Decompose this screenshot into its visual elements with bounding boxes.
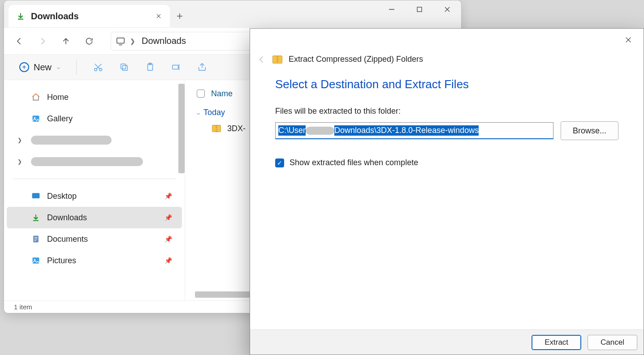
minimize-button[interactable] <box>378 0 406 18</box>
chevron-down-icon: ⌵ <box>57 64 60 70</box>
path-label: Files will be extracted to this folder: <box>275 107 618 116</box>
pictures-icon <box>31 256 41 265</box>
chevron-down-icon: ⌵ <box>197 110 200 116</box>
breadcrumb-downloads[interactable]: Downloads <box>140 36 188 46</box>
downloads-icon <box>31 214 41 222</box>
chevron-right-icon[interactable]: ❯ <box>127 38 138 45</box>
sidebar-item-redacted-2[interactable]: ❯ <box>7 151 182 172</box>
paste-button[interactable] <box>139 56 161 78</box>
close-window-button[interactable] <box>433 0 461 18</box>
window-controls <box>378 0 461 18</box>
documents-icon <box>31 235 41 244</box>
titlebar: Downloads <box>4 0 461 27</box>
svg-rect-1 <box>117 38 125 43</box>
dialog-heading: Select a Destination and Extract Files <box>275 77 618 91</box>
redacted-label <box>31 157 143 166</box>
dialog-footer: Extract Cancel <box>250 329 644 355</box>
home-icon <box>31 93 41 102</box>
extract-button[interactable]: Extract <box>532 335 581 350</box>
item-count: 1 item <box>14 303 32 311</box>
checkbox-checked-icon[interactable]: ✓ <box>275 158 284 167</box>
dialog-header: Extract Compressed (Zipped) Folders <box>250 51 644 73</box>
svg-rect-4 <box>122 65 127 70</box>
sidebar-label: Pictures <box>47 256 76 265</box>
refresh-button[interactable] <box>78 30 101 52</box>
sidebar-label: Home <box>47 93 69 102</box>
maximize-button[interactable] <box>406 0 433 18</box>
new-button[interactable]: + New ⌵ <box>14 60 65 75</box>
dialog-titlebar <box>250 29 644 51</box>
destination-path-input[interactable]: C:\UserDownloads\3DX-1.8.0-Release-windo… <box>275 122 553 139</box>
up-button[interactable] <box>54 30 78 52</box>
extract-dialog: Extract Compressed (Zipped) Folders Sele… <box>250 28 644 355</box>
dialog-title: Extract Compressed (Zipped) Folders <box>289 55 423 64</box>
svg-rect-0 <box>417 7 422 12</box>
svg-rect-9 <box>33 115 39 121</box>
sidebar-label: Desktop <box>47 192 77 201</box>
sidebar-item-pictures[interactable]: Pictures 📌 <box>7 250 182 271</box>
sidebar-label: Downloads <box>47 213 87 222</box>
plus-circle-icon: + <box>19 62 29 72</box>
cancel-button[interactable]: Cancel <box>588 335 637 350</box>
sidebar-item-desktop[interactable]: Desktop 📌 <box>7 185 182 207</box>
sidebar-item-downloads[interactable]: Downloads 📌 <box>7 207 182 228</box>
close-tab-icon[interactable] <box>156 13 162 19</box>
checkbox-label: Show extracted files when complete <box>290 158 418 167</box>
column-label: Name <box>211 89 233 98</box>
pin-icon: 📌 <box>164 192 172 200</box>
zip-folder-icon <box>212 125 221 132</box>
share-button[interactable] <box>191 56 213 78</box>
redacted-username <box>306 127 334 135</box>
path-row: C:\UserDownloads\3DX-1.8.0-Release-windo… <box>275 121 618 140</box>
tab-title: Downloads <box>31 11 149 21</box>
this-pc-icon <box>116 36 125 46</box>
tab-downloads[interactable]: Downloads <box>9 5 170 27</box>
navigation-pane: Home Gallery ❯ ❯ Desktop 📌 Do <box>4 80 185 300</box>
sidebar-divider <box>13 179 176 179</box>
svg-rect-13 <box>33 257 39 263</box>
show-extracted-checkbox-row[interactable]: ✓ Show extracted files when complete <box>275 158 618 167</box>
forward-button[interactable] <box>31 30 54 52</box>
cut-button[interactable] <box>87 56 109 78</box>
path-selection-start: C:\User <box>278 125 306 136</box>
dialog-content: Select a Destination and Extract Files F… <box>250 73 644 167</box>
group-label: Today <box>203 108 225 117</box>
svg-rect-5 <box>121 64 126 69</box>
pin-icon: 📌 <box>164 257 172 264</box>
back-arrow-icon[interactable] <box>257 55 266 64</box>
new-button-label: New <box>34 62 52 73</box>
gallery-icon <box>31 114 41 123</box>
sidebar-item-home[interactable]: Home <box>7 86 182 108</box>
browse-button[interactable]: Browse... <box>561 121 618 140</box>
sidebar-item-redacted-1[interactable]: ❯ <box>7 129 182 151</box>
pin-icon: 📌 <box>164 235 172 243</box>
pin-icon: 📌 <box>164 214 172 221</box>
path-selection-end: Downloads\3DX-1.8.0-Release-windows <box>334 125 479 136</box>
select-all-checkbox[interactable] <box>197 90 205 98</box>
back-button[interactable] <box>8 30 31 52</box>
separator <box>76 60 77 75</box>
svg-rect-11 <box>32 193 40 198</box>
desktop-icon <box>31 192 41 201</box>
new-tab-button[interactable] <box>170 5 190 27</box>
chevron-right-icon[interactable]: ❯ <box>17 158 22 165</box>
copy-button[interactable] <box>113 56 135 78</box>
close-dialog-button[interactable] <box>619 31 637 49</box>
svg-rect-8 <box>173 65 178 69</box>
downloads-icon <box>17 12 25 20</box>
rename-button[interactable] <box>165 56 187 78</box>
zip-folder-icon <box>272 56 282 64</box>
file-name: 3DX- <box>227 124 246 133</box>
sidebar-item-gallery[interactable]: Gallery <box>7 108 182 129</box>
sidebar-item-documents[interactable]: Documents 📌 <box>7 228 182 250</box>
chevron-right-icon[interactable]: ❯ <box>17 137 22 143</box>
sidebar-label: Documents <box>47 235 88 244</box>
redacted-label <box>31 136 112 145</box>
sidebar-label: Gallery <box>47 114 73 124</box>
